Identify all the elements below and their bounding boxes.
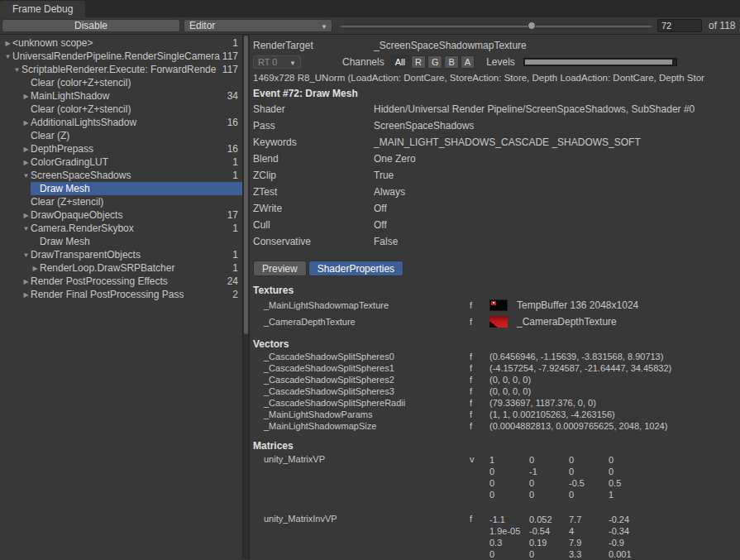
- property-value: Off: [374, 203, 387, 214]
- frame-slider-thumb[interactable]: [528, 22, 536, 30]
- tree-item[interactable]: ▼ScriptableRenderer.Execute: ForwardRend…: [0, 63, 242, 76]
- tree-item[interactable]: Clear (Z): [0, 129, 242, 142]
- foldout-expanded-icon[interactable]: ▼: [3, 53, 12, 60]
- property-value: Off: [374, 219, 387, 231]
- tree-item-count: 2: [232, 289, 242, 300]
- tree-item[interactable]: ▶Render PostProcessing Effects24: [0, 275, 242, 288]
- render-target-row: RenderTarget _ScreenSpaceShadowmapTextur…: [253, 38, 740, 53]
- property-label: Blend: [253, 153, 374, 165]
- matrix-cell: 1.9e-05: [489, 525, 529, 537]
- property-row: PassScreenSpaceShadows: [253, 117, 740, 134]
- tree-item[interactable]: Draw Mesh: [0, 182, 242, 195]
- foldout-expanded-icon[interactable]: ▼: [12, 66, 21, 74]
- tree-item[interactable]: ▶Render Final PostProcessing Pass2: [0, 288, 242, 301]
- matrix-cell: 3.3: [569, 548, 609, 559]
- foldout-collapsed-icon[interactable]: ▶: [21, 212, 31, 219]
- channel-b-button[interactable]: B: [444, 55, 458, 69]
- tree-item[interactable]: ▼ScreenSpaceShadows1: [0, 169, 242, 182]
- tree-item[interactable]: Draw Mesh: [0, 235, 242, 248]
- vector-row: _MainLightShadowmapSizef(0.0004882813, 0…: [253, 420, 740, 432]
- texture-name: _CameraDepthTexture: [253, 317, 470, 327]
- tree-item[interactable]: ▼UniversalRenderPipeline.RenderSingleCam…: [0, 50, 242, 63]
- tree-item[interactable]: Clear (color+Z+stencil): [0, 103, 242, 116]
- tree-item[interactable]: ▶DrawOpaqueObjects17: [0, 208, 242, 222]
- tree-item[interactable]: ▶ColorGradingLUT1: [0, 156, 242, 169]
- tree-item[interactable]: ▶DepthPrepass16: [0, 142, 242, 156]
- property-value: True: [374, 170, 394, 181]
- property-value: One Zero: [374, 153, 416, 165]
- tree-item-label: <unknown scope>: [12, 37, 232, 49]
- frame-slider-track[interactable]: [341, 26, 652, 27]
- tree-item[interactable]: ▶MainLightShadow34: [0, 89, 242, 103]
- foldout-expanded-icon[interactable]: ▼: [21, 225, 31, 232]
- main-content: ▶<unknown scope>1▼UniversalRenderPipelin…: [0, 35, 740, 559]
- render-target-label: RenderTarget: [253, 40, 374, 51]
- texture-value: _CameraDepthTexture: [517, 316, 617, 328]
- tree-item-count: 117: [222, 50, 242, 62]
- matrix-cell: 0.3: [489, 537, 529, 548]
- channel-a-button[interactable]: A: [461, 55, 475, 69]
- tab-shaderproperties[interactable]: ShaderProperties: [308, 261, 403, 276]
- tree-item-label: AdditionalLightsShadow: [31, 117, 227, 128]
- vector-value: (79.33697, 1187.376, 0, 0): [489, 398, 596, 408]
- tree-item-count: 16: [227, 143, 242, 155]
- tree-item-count: 1: [232, 223, 242, 234]
- foldout-collapsed-icon[interactable]: ▶: [21, 93, 31, 100]
- foldout-expanded-icon[interactable]: ▼: [21, 172, 31, 179]
- property-value: Always: [374, 186, 405, 198]
- tree-item[interactable]: ▼Camera.RenderSkybox1: [0, 222, 242, 235]
- tree-item-label: UniversalRenderPipeline.RenderSingleCame…: [12, 50, 222, 62]
- matrix-cell: 0: [529, 489, 569, 500]
- channel-g-button[interactable]: G: [427, 55, 443, 69]
- tree-scrollbar-thumb[interactable]: [244, 36, 248, 334]
- tab-frame-debug[interactable]: Frame Debug: [0, 1, 85, 17]
- property-label: Cull: [253, 219, 374, 231]
- frame-slider[interactable]: [341, 17, 652, 35]
- tree-item[interactable]: ▶AdditionalLightsShadow16: [0, 116, 242, 129]
- tree-item[interactable]: ▼DrawTransparentObjects1: [0, 248, 242, 261]
- window-tabstrip: Frame Debug: [0, 0, 740, 17]
- foldout-collapsed-icon[interactable]: ▶: [3, 40, 12, 47]
- frame-number-input[interactable]: [657, 19, 702, 32]
- vector-row: _CascadeShadowSplitSphereRadiif(79.33697…: [253, 397, 740, 409]
- tree-item-count: 1: [232, 156, 242, 168]
- foldout-collapsed-icon[interactable]: ▶: [21, 119, 31, 127]
- rt-index-dropdown[interactable]: RT 0 ▼: [253, 55, 301, 69]
- matrix-values: -1.10.0527.7-0.241.9e-05-0.544-0.340.30.…: [489, 514, 648, 559]
- vector-type: f: [470, 421, 489, 431]
- vector-value: (0.0004882813, 0.0009765625, 2048, 1024): [489, 421, 667, 431]
- texture-thumbnail[interactable]: [489, 316, 508, 328]
- texture-thumbnail[interactable]: [489, 299, 508, 311]
- channel-r-button[interactable]: R: [411, 55, 426, 69]
- foldout-collapsed-icon[interactable]: ▶: [21, 291, 31, 299]
- tab-preview[interactable]: Preview: [253, 261, 307, 276]
- tree-item[interactable]: ▶<unknown scope>1: [0, 36, 242, 50]
- foldout-expanded-icon[interactable]: ▼: [21, 251, 31, 259]
- disable-button[interactable]: Disable: [2, 19, 180, 32]
- levels-label: Levels: [486, 56, 515, 68]
- vector-type: f: [470, 398, 489, 408]
- tree-item-count: 17: [227, 209, 242, 221]
- foldout-collapsed-icon[interactable]: ▶: [21, 159, 31, 166]
- vector-type: f: [470, 375, 489, 385]
- target-dropdown[interactable]: Editor ▼: [184, 19, 332, 32]
- levels-fill[interactable]: [525, 60, 672, 65]
- matrix-cell: 0: [489, 477, 529, 489]
- tree-item[interactable]: Clear (color+Z+stencil): [0, 76, 242, 89]
- levels-slider[interactable]: [523, 58, 677, 66]
- foldout-collapsed-icon[interactable]: ▶: [31, 265, 40, 272]
- matrix-cell: 0: [529, 477, 569, 489]
- matrix-cell: 0: [529, 548, 569, 559]
- matrix-cell: -0.5: [569, 477, 609, 489]
- vector-value: (0, 0, 0, 0): [489, 386, 531, 396]
- property-value: ScreenSpaceShadows: [374, 120, 474, 132]
- property-list: ShaderHidden/Universal Render Pipeline/S…: [253, 101, 740, 250]
- channel-all-button[interactable]: All: [391, 55, 409, 69]
- property-row: BlendOne Zero: [253, 151, 740, 167]
- tree-scrollbar[interactable]: [242, 35, 249, 559]
- foldout-collapsed-icon[interactable]: ▶: [21, 278, 31, 285]
- tree-item[interactable]: ▶RenderLoop.DrawSRPBatcher1: [0, 261, 242, 275]
- tree-item[interactable]: Clear (Z+stencil): [0, 195, 242, 208]
- foldout-collapsed-icon[interactable]: ▶: [21, 146, 31, 153]
- matrix-cell: 0.052: [529, 514, 569, 525]
